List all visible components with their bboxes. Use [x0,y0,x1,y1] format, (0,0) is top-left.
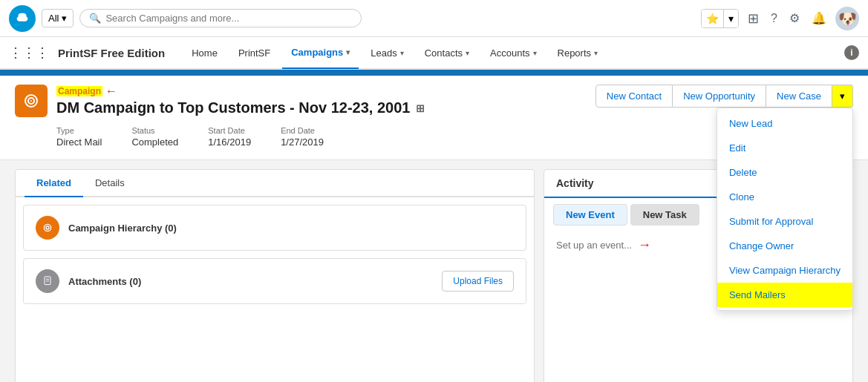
nav-item-reports[interactable]: Reports ▾ [549,36,607,69]
placeholder-arrow-icon: → [638,237,651,253]
field-end-date: End Date 1/27/2019 [281,126,324,148]
search-icon: 🔍 [89,13,101,24]
end-date-label: End Date [281,126,324,135]
svg-rect-5 [45,277,50,285]
dropdown-item-edit[interactable]: Edit [717,136,852,160]
nav-item-campaigns[interactable]: Campaigns ▾ [282,36,359,69]
breadcrumb: Campaign ← [56,85,587,98]
search-bar[interactable]: 🔍 [79,9,362,27]
start-date-label: Start Date [208,126,251,135]
help-icon-button[interactable]: ? [768,9,780,28]
dropdown-item-delete[interactable]: Delete [717,160,852,185]
svg-point-2 [30,100,32,102]
upload-files-button[interactable]: Upload Files [442,271,514,292]
dropdown-item-submit-approval[interactable]: Submit for Approval [717,209,852,234]
avatar[interactable]: 🐶 [835,7,859,30]
add-icon-button[interactable]: ⊞ [745,7,762,30]
dropdown-item-new-lead[interactable]: New Lead [717,111,852,136]
app-name: PrintSF Free Edition [58,47,165,59]
left-panel: Related Details Campaign Hierarchy (0) A… [15,169,535,382]
favorites-button[interactable]: ⭐ ▾ [701,9,739,28]
dropdown-item-change-owner[interactable]: Change Owner [717,234,852,258]
nav-item-leads[interactable]: Leads ▾ [362,36,412,69]
tab-bar: Related Details [16,170,534,197]
salesforce-logo[interactable] [9,5,36,32]
end-date-value: 1/27/2019 [281,136,324,148]
record-title: DM Campaign to Top Customers - Nov 12-23… [56,99,587,116]
dropdown-item-send-mailers[interactable]: Send Mailers [717,283,852,307]
record-actions: New Contact New Opportunity New Case ▾ N… [595,85,853,108]
campaign-hierarchy-icon [36,216,59,240]
campaign-record-icon [15,85,48,117]
field-status: Status Completed [131,126,178,148]
star-icon-button[interactable]: ⭐ [702,10,724,27]
dropdown-item-view-hierarchy[interactable]: View Campaign Hierarchy [717,258,852,283]
status-label: Status [131,126,178,135]
actions-dropdown-button[interactable]: ▾ [832,85,853,108]
record-header: Campaign ← DM Campaign to Top Customers … [0,76,868,160]
nav-item-contacts[interactable]: Contacts ▾ [416,36,478,69]
field-type: Type Direct Mail [56,126,102,148]
start-date-value: 1/16/2019 [208,136,251,148]
leads-chevron-icon: ▾ [400,49,404,57]
svg-point-4 [46,226,49,229]
new-case-button[interactable]: New Case [766,85,832,108]
related-attachments: Attachments (0) Upload Files [23,258,526,304]
placeholder-text: Set up an event... [556,240,632,251]
field-start-date: Start Date 1/16/2019 [208,126,251,148]
type-label: Type [56,126,102,135]
notifications-icon-button[interactable]: 🔔 [809,8,829,28]
type-value: Direct Mail [56,136,102,148]
breadcrumb-arrow-icon: ← [105,85,117,98]
nav-item-home[interactable]: Home [183,36,226,69]
attachments-label: Attachments (0) [68,276,433,287]
nav-item-accounts[interactable]: Accounts ▾ [481,36,545,69]
contacts-chevron-icon: ▾ [466,49,469,57]
related-campaign-hierarchy: Campaign Hierarchy (0) [23,205,526,251]
tab-related[interactable]: Related [25,170,83,197]
svg-point-3 [44,224,50,231]
star-dropdown-button[interactable]: ▾ [724,10,738,27]
attachments-icon [36,269,59,293]
blue-band [0,70,868,76]
reports-chevron-icon: ▾ [594,49,598,57]
tab-details[interactable]: Details [83,170,137,197]
new-task-button[interactable]: New Task [630,204,699,225]
dropdown-item-clone[interactable]: Clone [717,185,852,209]
search-input[interactable] [105,13,352,24]
grid-icon[interactable]: ⋮⋮⋮ [9,45,49,61]
settings-icon-button[interactable]: ⚙ [786,8,803,28]
campaigns-chevron-icon: ▾ [346,48,350,56]
campaign-hierarchy-label: Campaign Hierarchy (0) [68,223,514,234]
new-event-button[interactable]: New Event [553,204,627,225]
nav-item-printsf[interactable]: PrintSF [229,36,279,69]
network-icon[interactable]: ⊞ [416,102,425,114]
top-navigation: All ▾ 🔍 ⭐ ▾ ⊞ ? ⚙ 🔔 🐶 [0,0,868,37]
record-title-section: Campaign ← DM Campaign to Top Customers … [56,85,587,116]
actions-dropdown-menu: New Lead Edit Delete Clone Submit for Ap… [717,108,853,311]
all-dropdown[interactable]: All ▾ [42,9,74,27]
new-contact-button[interactable]: New Contact [595,85,673,108]
nav-icons-group: ⭐ ▾ ⊞ ? ⚙ 🔔 🐶 [701,7,859,30]
info-icon-button[interactable]: i [844,45,859,60]
status-value: Completed [131,136,178,148]
new-opportunity-button[interactable]: New Opportunity [673,85,766,108]
app-bar: ⋮⋮⋮ PrintSF Free Edition Home PrintSF Ca… [0,37,868,70]
accounts-chevron-icon: ▾ [533,49,537,57]
